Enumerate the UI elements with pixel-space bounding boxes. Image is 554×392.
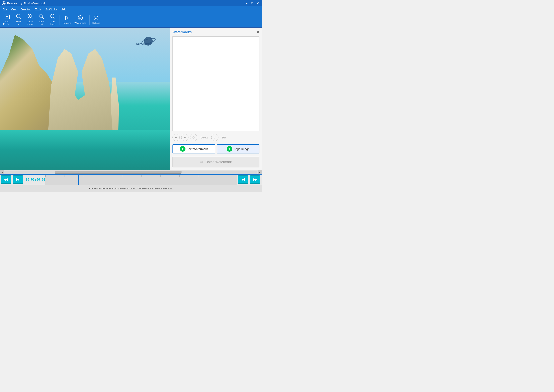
add-text-watermark-icon: + bbox=[180, 146, 185, 152]
zoom-out-button[interactable]: Zoomout bbox=[36, 13, 47, 26]
menu-view[interactable]: View bbox=[9, 7, 19, 11]
edit-button[interactable]: Edit bbox=[220, 135, 228, 140]
svg-marker-37 bbox=[17, 178, 19, 181]
zoom-in-icon bbox=[16, 14, 21, 20]
timeline-message-text: Remove watermark from the whole video. D… bbox=[89, 187, 173, 190]
move-down-button[interactable] bbox=[181, 134, 189, 141]
add-files-icon bbox=[4, 14, 10, 20]
timeline-tick bbox=[64, 175, 84, 177]
toolbar: AddFile(s)... Zoomin 1 Zoomnormal Zoomou… bbox=[0, 12, 262, 28]
chevron-down-icon bbox=[183, 136, 186, 139]
add-files-label: AddFile(s)... bbox=[3, 20, 11, 26]
svg-marker-35 bbox=[6, 178, 8, 181]
remove-label: Remove bbox=[63, 22, 71, 24]
menu-selection[interactable]: Selection bbox=[19, 7, 33, 11]
add-files-button[interactable]: AddFile(s)... bbox=[2, 13, 13, 26]
find-logo-icon bbox=[50, 14, 56, 20]
title-bar-left: Remove Logo Now! - Coast.mp4 bbox=[2, 1, 45, 5]
menu-file[interactable]: File bbox=[1, 7, 9, 11]
softorbits-planet-icon bbox=[138, 35, 156, 49]
zoom-in-label: Zoomin bbox=[16, 20, 21, 26]
video-water bbox=[0, 130, 170, 170]
svg-point-22 bbox=[95, 17, 97, 19]
svg-line-18 bbox=[54, 17, 55, 19]
menu-softorbits[interactable]: SoftOrbits bbox=[43, 7, 59, 11]
toolbar-separator-1 bbox=[60, 14, 60, 25]
main-content: SoftOrbits™ Watermarks ✕ Delete bbox=[0, 28, 262, 170]
circle-icon bbox=[192, 136, 195, 139]
svg-rect-36 bbox=[4, 178, 4, 181]
wrench-icon bbox=[213, 136, 217, 139]
prev-frame-icon bbox=[16, 177, 20, 182]
find-logo-label: FindLogo bbox=[50, 20, 55, 26]
svg-rect-43 bbox=[257, 178, 257, 181]
visibility-button[interactable] bbox=[190, 134, 197, 141]
app-title: Remove Logo Now! - Coast.mp4 bbox=[7, 2, 45, 5]
fast-forward-button[interactable] bbox=[250, 175, 260, 184]
watermark-list bbox=[172, 36, 259, 131]
close-button[interactable]: ✕ bbox=[255, 1, 260, 6]
watermark-controls: Delete Edit bbox=[172, 133, 259, 142]
minimize-button[interactable]: – bbox=[244, 1, 249, 6]
timeline-right-buttons bbox=[237, 175, 261, 185]
timeline-tick bbox=[45, 175, 64, 177]
timeline-tick bbox=[179, 175, 199, 177]
zoom-normal-button[interactable]: 1 Zoomnormal bbox=[25, 13, 35, 26]
rewind-icon bbox=[4, 177, 8, 182]
add-logo-image-button[interactable]: + Logo Image bbox=[217, 144, 259, 154]
options-button[interactable]: Options bbox=[91, 14, 102, 25]
panel-close-button[interactable]: ✕ bbox=[256, 30, 259, 34]
timeline-message: Remove watermark from the whole video. D… bbox=[0, 185, 262, 192]
prev-frame-button[interactable] bbox=[13, 175, 23, 184]
scroll-track[interactable] bbox=[4, 171, 257, 174]
svg-point-33 bbox=[193, 136, 195, 139]
svg-line-7 bbox=[20, 17, 21, 19]
menu-help[interactable]: Help bbox=[59, 7, 68, 11]
edit-icon-button[interactable] bbox=[211, 134, 218, 141]
remove-button[interactable]: Remove bbox=[61, 14, 73, 25]
scroll-thumb[interactable] bbox=[55, 171, 182, 174]
svg-line-28 bbox=[97, 19, 98, 20]
add-text-watermark-label: Text Watermark bbox=[187, 147, 208, 151]
watermarks-button[interactable]: © Watermarks bbox=[73, 14, 88, 25]
softorbits-watermark: SoftOrbits™ bbox=[138, 35, 156, 49]
panel-title: Watermarks bbox=[172, 30, 192, 34]
timeline-track[interactable] bbox=[45, 175, 237, 185]
timeline-tick bbox=[218, 175, 237, 177]
panel-header: Watermarks ✕ bbox=[172, 30, 259, 34]
delete-button[interactable]: Delete bbox=[199, 135, 210, 140]
scroll-right-button[interactable]: ► bbox=[258, 170, 262, 175]
timeline-tick bbox=[103, 175, 122, 177]
svg-point-2 bbox=[3, 3, 4, 4]
video-frame: SoftOrbits™ bbox=[0, 28, 170, 170]
remove-icon bbox=[64, 15, 70, 21]
zoom-normal-label: Zoomnormal bbox=[27, 20, 33, 26]
rewind-button[interactable] bbox=[1, 175, 11, 184]
svg-marker-34 bbox=[4, 178, 6, 181]
scroll-left-button[interactable]: ◄ bbox=[0, 170, 4, 175]
timeline-tick bbox=[141, 175, 161, 177]
zoom-in-button[interactable]: Zoomin bbox=[13, 13, 24, 26]
batch-watermark-button[interactable]: ⇒ Batch Watermark bbox=[172, 157, 259, 168]
move-up-button[interactable] bbox=[172, 134, 180, 141]
svg-point-17 bbox=[50, 14, 54, 18]
watermarks-panel: Watermarks ✕ Delete Edit + bbox=[170, 28, 262, 170]
batch-watermark-label: Batch Watermark bbox=[206, 160, 232, 164]
add-logo-image-label: Logo Image bbox=[234, 147, 250, 151]
next-frame-button[interactable] bbox=[238, 175, 248, 184]
horizontal-scrollbar[interactable]: ◄ ► bbox=[0, 170, 262, 174]
zoom-out-label: Zoomout bbox=[39, 20, 44, 26]
menu-tools[interactable]: Tools bbox=[33, 7, 43, 11]
watermarks-label: Watermarks bbox=[75, 22, 86, 24]
add-text-watermark-button[interactable]: + Text Watermark bbox=[172, 144, 215, 154]
watermarks-icon: © bbox=[77, 15, 83, 21]
timeline-tick bbox=[122, 175, 141, 177]
toolbar-separator-2 bbox=[89, 14, 90, 25]
find-logo-button[interactable]: FindLogo bbox=[47, 13, 58, 26]
batch-arrow-icon: ⇒ bbox=[200, 160, 204, 165]
timeline-area: 00:00:00 00 bbox=[0, 174, 262, 192]
maximize-button[interactable]: □ bbox=[250, 1, 255, 6]
next-frame-icon bbox=[241, 177, 245, 182]
title-bar: Remove Logo Now! - Coast.mp4 – □ ✕ bbox=[0, 0, 262, 6]
svg-rect-38 bbox=[16, 178, 17, 181]
